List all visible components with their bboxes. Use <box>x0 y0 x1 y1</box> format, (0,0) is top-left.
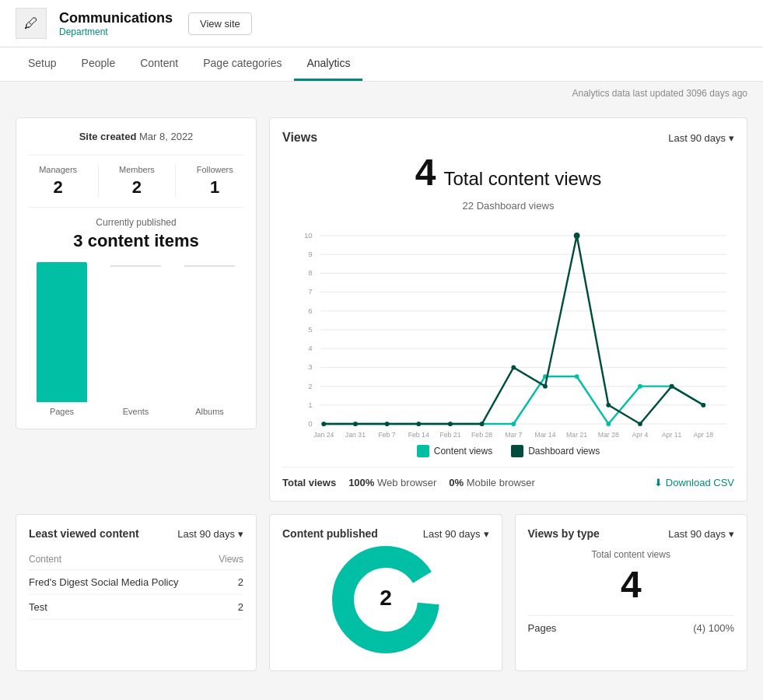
row-1: Site created Mar 8, 2022 Managers 2 Memb… <box>16 117 747 502</box>
analytics-update-text: Analytics data last updated 3096 days ag… <box>572 88 748 99</box>
stat-divider-2 <box>175 165 176 198</box>
download-label: Download CSV <box>666 477 734 488</box>
row-2-name: Test <box>29 601 47 613</box>
view-site-button[interactable]: View site <box>188 12 252 35</box>
svg-text:Mar 14: Mar 14 <box>534 431 555 439</box>
managers-value: 2 <box>39 177 77 198</box>
svg-text:8: 8 <box>308 268 312 277</box>
legend-dashboard-views: Dashboard views <box>511 445 600 457</box>
svg-text:Apr 18: Apr 18 <box>693 431 713 439</box>
site-type: Department <box>59 26 173 37</box>
views-header: Views Last 90 days ▾ <box>282 131 734 145</box>
views-total: 4 Total content views <box>282 151 734 194</box>
web-pct: 100% <box>348 477 374 488</box>
least-viewed-period-selector[interactable]: Last 90 days ▾ <box>177 528 243 540</box>
left-panel: Site created Mar 8, 2022 Managers 2 Memb… <box>16 117 257 502</box>
least-viewed-header: Least viewed content Last 90 days ▾ <box>29 527 243 540</box>
views-by-type-period-selector[interactable]: Last 90 days ▾ <box>668 528 734 540</box>
site-stats-card: Site created Mar 8, 2022 Managers 2 Memb… <box>16 117 257 429</box>
svg-text:Feb 14: Feb 14 <box>408 431 429 439</box>
content-published-period: Last 90 days <box>423 528 481 540</box>
chevron-down-icon: ▾ <box>729 132 734 144</box>
svg-text:Apr 11: Apr 11 <box>662 431 682 439</box>
web-label: Web browser <box>377 477 436 488</box>
svg-point-50 <box>385 422 390 426</box>
views-card: Views Last 90 days ▾ 4 Total content vie… <box>269 117 747 502</box>
top-header: 🖊 Communications Department View site <box>0 0 763 47</box>
table-row: Test 2 <box>29 595 243 620</box>
followers-stat: Followers 1 <box>197 165 233 198</box>
total-views-label: Total views <box>282 477 336 488</box>
download-icon: ⬇ <box>654 477 663 488</box>
svg-text:2: 2 <box>308 382 312 390</box>
mobile-pct: 0% <box>449 477 464 488</box>
col-views-label: Views <box>219 554 243 565</box>
row-2-views: 2 <box>238 601 243 613</box>
svg-text:0: 0 <box>308 419 312 428</box>
bar-albums: Albums <box>184 265 235 416</box>
svg-text:7: 7 <box>308 287 312 296</box>
bar-albums-label: Albums <box>195 407 224 416</box>
right-panel: Views Last 90 days ▾ 4 Total content vie… <box>269 117 747 502</box>
vbt-total-label: Total content views <box>528 549 735 560</box>
nav-page-categories[interactable]: Page categories <box>191 47 294 81</box>
members-label: Members <box>119 165 155 174</box>
views-by-type-card: Views by type Last 90 days ▾ Total conte… <box>515 514 748 671</box>
nav-analytics[interactable]: Analytics <box>294 47 362 81</box>
svg-point-59 <box>670 384 674 389</box>
legend-content-views: Content views <box>417 445 492 457</box>
chevron-down-icon-4: ▾ <box>729 528 734 540</box>
svg-text:2: 2 <box>380 586 392 610</box>
views-period-selector[interactable]: Last 90 days ▾ <box>668 132 734 144</box>
donut-chart-svg: 2 <box>300 541 471 666</box>
vbt-pages-label: Pages <box>528 622 557 634</box>
svg-text:1: 1 <box>308 401 312 409</box>
content-published-period-selector[interactable]: Last 90 days ▾ <box>423 528 489 540</box>
download-csv-button[interactable]: ⬇ Download CSV <box>654 477 734 488</box>
svg-text:4: 4 <box>308 344 313 352</box>
published-label: Currently published <box>29 217 243 228</box>
nav-people[interactable]: People <box>69 47 128 81</box>
mobile-label: Mobile browser <box>467 477 535 488</box>
svg-text:Mar 28: Mar 28 <box>598 431 619 439</box>
views-big-number: 4 <box>415 152 436 193</box>
svg-point-51 <box>416 422 421 426</box>
svg-text:Feb 7: Feb 7 <box>378 431 395 439</box>
bar-pages-fill <box>37 262 87 402</box>
followers-value: 1 <box>197 177 233 198</box>
stat-divider-1 <box>98 165 99 198</box>
line-chart-container: 0 1 2 3 4 5 6 7 8 9 10 Jan 24 <box>282 221 734 439</box>
site-logo: 🖊 <box>16 8 47 39</box>
svg-point-45 <box>638 384 642 389</box>
svg-text:5: 5 <box>308 325 312 334</box>
vbt-pages-row: Pages (4) 100% <box>528 615 735 640</box>
svg-text:3: 3 <box>308 362 312 371</box>
views-period-label: Last 90 days <box>668 132 726 144</box>
members-value: 2 <box>119 177 155 198</box>
legend-dashboard-label: Dashboard views <box>528 446 600 457</box>
members-stat: Members 2 <box>119 165 155 198</box>
svg-point-43 <box>575 374 579 379</box>
svg-point-49 <box>353 422 358 426</box>
svg-point-56 <box>574 233 580 239</box>
site-created: Site created Mar 8, 2022 <box>29 131 243 142</box>
site-name: Communications <box>59 10 173 26</box>
svg-point-48 <box>321 422 326 426</box>
bar-albums-fill <box>184 265 235 267</box>
bar-pages-label: Pages <box>50 407 74 416</box>
svg-text:6: 6 <box>308 306 312 315</box>
vbt-number: 4 <box>528 563 735 606</box>
nav-setup[interactable]: Setup <box>16 47 69 81</box>
svg-text:Jan 24: Jan 24 <box>313 431 334 439</box>
views-title: Views <box>282 131 317 145</box>
svg-text:Mar 21: Mar 21 <box>566 431 587 439</box>
svg-text:Jan 31: Jan 31 <box>345 431 366 439</box>
legend-content-color <box>417 445 429 457</box>
svg-text:Apr 4: Apr 4 <box>632 431 649 439</box>
svg-text:Feb 28: Feb 28 <box>471 431 492 439</box>
nav-content[interactable]: Content <box>128 47 191 81</box>
svg-text:Mar 7: Mar 7 <box>505 431 522 439</box>
vbt-pages-value: (4) 100% <box>693 622 734 634</box>
views-footer: Total views 100% Web browser 0% Mobile b… <box>282 467 734 488</box>
line-chart-svg: 0 1 2 3 4 5 6 7 8 9 10 Jan 24 <box>282 221 734 439</box>
